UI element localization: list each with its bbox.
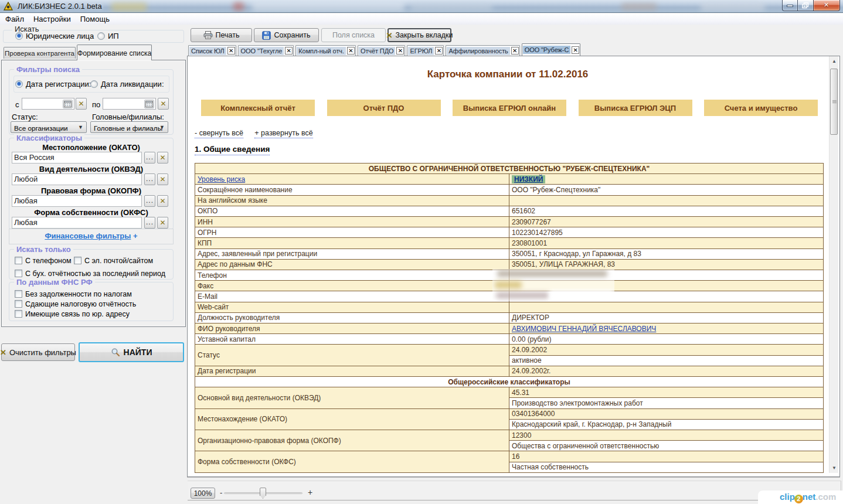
action-button-2[interactable]: Выписка ЕГРЮЛ онлайн (453, 100, 566, 116)
report-tab-strip: Список ЮЛ✕ООО "Техугле✕Компл-ный отч.✕От… (188, 43, 580, 56)
classifier-clear-button-2[interactable]: ✕ (157, 195, 168, 207)
toolbar-button-1[interactable]: Сохранить (254, 28, 319, 42)
report-tab-close-2[interactable]: ✕ (347, 47, 355, 55)
zoom-level-button[interactable]: 100% (191, 488, 215, 499)
scrollbar-thumb[interactable] (830, 69, 838, 135)
find-button[interactable]: НАЙТИ (79, 342, 184, 362)
report-tab-3[interactable]: Отчёт ПДО✕ (358, 45, 406, 56)
minimize-button[interactable] (782, 0, 798, 11)
only-0-checkbox[interactable] (15, 257, 22, 264)
tab-form-list[interactable]: Формирование списка (77, 45, 152, 60)
action-button-1[interactable]: Отчёт ПДО (327, 100, 441, 116)
section-title[interactable]: 1. Общие сведения (195, 145, 270, 154)
liquidation-date-radio[interactable] (90, 80, 98, 88)
financial-filters-plus[interactable]: + (133, 231, 138, 240)
classifier-browse-button-3[interactable]: ... (144, 217, 155, 229)
date-from-clear-button[interactable]: ✕ (76, 98, 87, 110)
report-tab-5[interactable]: Аффилированность✕ (446, 45, 519, 56)
classifier-input-2[interactable]: Любая (12, 195, 142, 207)
branch-label: Головные/филиалы: (92, 113, 164, 121)
table-row: Адрес по данным ФНС350051, УЛИЦА ГАРАЖНА… (195, 259, 824, 270)
table-label-cell: E-Mail (195, 291, 509, 302)
report-tab-close-4[interactable]: ✕ (435, 47, 443, 55)
restore-icon (802, 2, 809, 9)
fns-2-checkbox[interactable] (15, 310, 22, 318)
zoom-in-label[interactable]: + (308, 488, 312, 497)
fns-0-checkbox[interactable] (15, 290, 22, 298)
report-tab-close-0[interactable]: ✕ (227, 47, 235, 55)
report-tab-close-1[interactable]: ✕ (285, 47, 293, 55)
zoom-slider-thumb[interactable] (260, 488, 266, 499)
table-label-link[interactable]: Уровень риска (198, 175, 245, 183)
classifier-browse-button-2[interactable]: ... (144, 195, 155, 207)
individual-entrepreneur-radio[interactable] (97, 32, 105, 40)
menu-item-1[interactable]: Настройки (29, 13, 75, 23)
report-tab-close-3[interactable]: ✕ (396, 47, 404, 55)
classifier-label-1: Вид деятельности (ОКВЭД) (9, 165, 173, 173)
status-select[interactable]: Все организации▼ (11, 121, 87, 133)
report-tab-close-6[interactable]: ✕ (572, 46, 579, 54)
branch-select[interactable]: Головные и филиалы▼ (90, 121, 168, 133)
table-value-cell: 12300 (509, 430, 824, 441)
clear-filters-button[interactable]: ✕ Очистить фильтры (1, 343, 75, 361)
classifier-browse-button-0[interactable]: ... (144, 152, 155, 164)
classifier-input-3[interactable]: Любая (12, 217, 142, 229)
action-button-4[interactable]: Счета и имущество (704, 100, 818, 116)
clear-x-icon: ✕ (78, 100, 84, 108)
classifier-input-0[interactable]: Вся Россия (12, 152, 142, 164)
table-label-cell: Статус (195, 345, 509, 366)
legal-entities-radio[interactable] (15, 32, 23, 40)
menu-item-2[interactable]: Помощь (76, 13, 114, 23)
calendar-icon[interactable] (63, 100, 73, 108)
report-tab-1[interactable]: ООО "Техугле✕ (238, 45, 294, 56)
date-to-clear-button[interactable]: ✕ (158, 98, 169, 110)
classifier-clear-button-3[interactable]: ✕ (157, 217, 168, 229)
report-tab-2[interactable]: Компл-ный отч.✕ (295, 45, 356, 56)
table-value-link[interactable]: АВХИМОВИЧ ГЕННАДИЙ ВЯЧЕСЛАВОВИЧ (512, 325, 656, 333)
date-from-input[interactable] (22, 98, 74, 110)
financial-filters-link[interactable]: Финансовые фильтры (45, 231, 131, 240)
tab-check-contractor[interactable]: Проверка контрагента (4, 47, 76, 59)
report-tab-0[interactable]: Список ЮЛ✕ (188, 45, 236, 56)
toolbar-button-3[interactable]: ✕Закрыть вкладки (387, 28, 451, 42)
app-icon (4, 2, 13, 11)
close-button[interactable]: ✕ (813, 0, 840, 11)
table-label-cell: Факс (195, 281, 509, 291)
date-from-label: с (15, 100, 19, 109)
classifier-browse-button-1[interactable]: ... (144, 173, 155, 185)
report-tab-4[interactable]: ЕГРЮЛ✕ (407, 45, 444, 56)
only-2-label: С бух. отчётностью за последний период (25, 270, 165, 278)
toolbar-button-0[interactable]: Печать (191, 28, 252, 42)
vertical-scrollbar[interactable]: ▲ ▼ (829, 56, 838, 473)
table-value-cell: Общества с ограниченной ответственностью (509, 441, 824, 451)
report-tab-6[interactable]: ООО "Рубеж-С✕ (522, 43, 581, 56)
fns-2-label: Имеющие связь по юр. адресу (25, 310, 130, 318)
scroll-up-button[interactable]: ▲ (830, 56, 839, 66)
fns-checkbox-row-0: Без задолженности по налогам (15, 290, 132, 298)
maximize-button[interactable] (798, 0, 813, 11)
action-button-3[interactable]: Выписка ЕГРЮЛ ЭЦП (579, 100, 692, 116)
calendar-icon[interactable] (144, 100, 154, 108)
action-button-0[interactable]: Комплексный отчёт (201, 100, 315, 116)
fns-1-checkbox[interactable] (15, 300, 22, 308)
zoom-out-label[interactable]: - (220, 488, 222, 497)
table-value-cell (509, 302, 824, 312)
table-label-cell: Адрес по данным ФНС (195, 259, 509, 270)
classifier-clear-button-0[interactable]: ✕ (157, 152, 168, 164)
classifier-input-1[interactable]: Любой (12, 173, 142, 185)
registration-date-radio[interactable] (15, 80, 23, 88)
only-1-checkbox[interactable] (74, 257, 81, 264)
date-to-input[interactable] (103, 98, 156, 110)
chevron-down-icon: ▼ (78, 124, 83, 130)
filters-panel: Фильтры поиска Дата регистрации: Дата ли… (1, 60, 186, 327)
risk-level-badge[interactable]: НИЗКИЙ (512, 175, 545, 183)
expand-all-link[interactable]: + развернуть всё (254, 129, 312, 138)
fns-groupbox: По данным ФНС РФ Без задолженности по на… (9, 282, 174, 321)
classifier-clear-button-1[interactable]: ✕ (157, 173, 168, 185)
only-2-checkbox[interactable] (15, 270, 22, 277)
background-window-blur (252, 2, 404, 11)
menu-item-0[interactable]: Файл (1, 13, 28, 23)
report-tab-close-5[interactable]: ✕ (511, 47, 519, 55)
scroll-down-button[interactable]: ▼ (830, 463, 839, 473)
collapse-all-link[interactable]: - свернуть всё (195, 129, 243, 138)
